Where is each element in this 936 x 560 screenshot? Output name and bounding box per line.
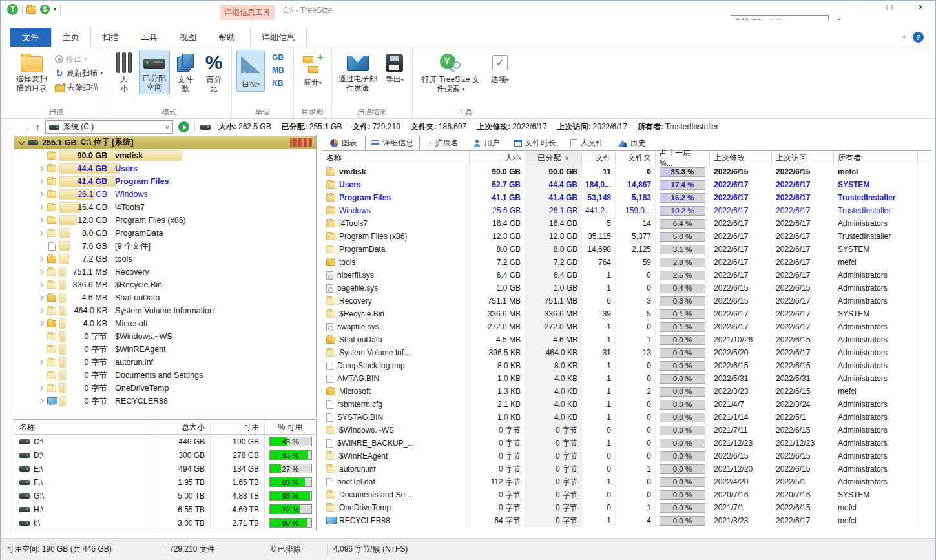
unit-kb-button[interactable]: KB: [267, 78, 289, 88]
select-directory-button[interactable]: 选择要扫描的目录: [10, 50, 53, 95]
table-row[interactable]: SYSTAG.BIN1.0 KB4.0 KB100.0 %2021/1/1420…: [322, 411, 931, 424]
chevron-right-icon[interactable]: [38, 218, 43, 223]
tree-item[interactable]: 4.6 MBShaLouData: [14, 291, 316, 304]
tree-item[interactable]: 7.6 GB[9 个文件]: [14, 240, 316, 253]
tree-item[interactable]: 4.0 KBMicrosoft: [14, 317, 316, 330]
drive-row[interactable]: G:\5.00 TB4.88 TB98 %: [14, 489, 316, 503]
export-button[interactable]: 导出▾: [382, 50, 408, 88]
tree-caret-cell[interactable]: [36, 360, 45, 364]
table-row[interactable]: Program Files41.1 GB41.4 GB53,1485,18316…: [322, 191, 931, 204]
mode-filecount-button[interactable]: 文件数: [172, 50, 198, 96]
tree-item[interactable]: 751.1 MBRecovery: [14, 265, 316, 278]
table-row[interactable]: pagefile.sys1.0 GB1.0 GB100.4 %2022/6/15…: [322, 282, 931, 295]
chevron-down-icon[interactable]: [19, 138, 25, 145]
qat-customize-caret-icon[interactable]: ▾: [54, 6, 56, 12]
refresh-scan-button[interactable]: ↻ 刷新扫描▾: [55, 68, 103, 79]
tree-caret-cell[interactable]: [36, 309, 45, 313]
tab-chart[interactable]: 图表: [324, 136, 364, 150]
unit-mb-button[interactable]: MB: [267, 65, 289, 76]
table-row[interactable]: swapfile.sys272.0 MB272.0 MB100.1 %2022/…: [322, 320, 931, 333]
table-row[interactable]: $Windows.~WS0 字节0 字节000.0 %2021/7/112022…: [322, 424, 931, 437]
header-name[interactable]: 名称: [322, 151, 470, 165]
tree-item[interactable]: 26.1 GBWindows: [14, 188, 316, 201]
tab-tools[interactable]: 工具: [130, 28, 169, 47]
tree-item[interactable]: 0 字节$Windows.~WS: [14, 330, 316, 343]
remove-scan-button[interactable]: 去除扫描: [55, 82, 103, 93]
chevron-right-icon[interactable]: [38, 256, 43, 262]
table-row[interactable]: ShaLouData4.5 MB4.6 MB110.0 %2021/10/262…: [322, 333, 931, 346]
tree-caret-cell[interactable]: [36, 218, 45, 222]
drive-row[interactable]: D:\300 GB278 GB93 %: [14, 448, 316, 462]
tree-caret-cell[interactable]: [36, 283, 45, 287]
drive-row[interactable]: C:\446 GB190 GB43 %: [14, 435, 316, 448]
tree-root-row[interactable]: 255.1 GB C:\ 位于 [系统]: [14, 136, 316, 149]
tree-caret-cell[interactable]: [36, 296, 45, 300]
mode-allocated-button[interactable]: 已分配空间: [139, 50, 170, 94]
drives-header-pct[interactable]: % 可用: [264, 420, 316, 434]
chevron-right-icon[interactable]: [38, 308, 43, 313]
tab-home[interactable]: 主页: [51, 28, 91, 47]
tree-caret-cell[interactable]: [36, 257, 45, 261]
table-row[interactable]: OneDriveTemp0 字节0 字节010.0 %2021/7/12022/…: [322, 501, 931, 514]
table-row[interactable]: autorun.inf0 字节0 字节010.0 %2021/12/202022…: [322, 462, 931, 475]
table-row[interactable]: System Volume Inf...396.5 KB464.0 KB3113…: [322, 346, 931, 359]
tab-view[interactable]: 视图: [169, 28, 207, 47]
drive-combobox[interactable]: 系统 (C:) ∨: [45, 120, 173, 134]
tree-item[interactable]: 8.0 GBProgramData: [14, 227, 316, 240]
tree-item[interactable]: 0 字节OneDriveTemp: [14, 382, 316, 395]
chevron-right-icon[interactable]: [38, 386, 43, 391]
maximize-button[interactable]: □: [882, 2, 897, 12]
drives-header-total[interactable]: 总大小: [152, 420, 210, 434]
tree-caret-cell[interactable]: [36, 399, 45, 403]
tree-item[interactable]: 336.6 MB$Recycle.Bin: [14, 278, 316, 291]
send-mail-button[interactable]: 通过电子邮件发送: [337, 50, 379, 95]
table-row[interactable]: AMTAG.BIN1.0 KB4.0 KB100.0 %2022/5/31202…: [322, 372, 931, 385]
drive-row[interactable]: H:\6.55 TB4.69 TB72 %: [14, 503, 316, 516]
tab-details-view[interactable]: 详细信息: [365, 136, 420, 150]
tab-big-files[interactable]: ↑大文件: [564, 136, 610, 150]
close-button[interactable]: ×: [913, 2, 928, 12]
tab-file-age[interactable]: 文件时长: [508, 136, 563, 150]
table-row[interactable]: Program Files (x86)12.8 GB12.8 GB35,1155…: [322, 230, 931, 243]
chevron-right-icon[interactable]: [38, 231, 43, 236]
table-row[interactable]: rsbmterm.cfg2.1 KB4.0 KB100.0 %2021/4/72…: [322, 398, 931, 411]
tree-item[interactable]: 16.4 GBi4Tools7: [14, 201, 316, 214]
chevron-right-icon[interactable]: [38, 205, 43, 210]
tree-caret-cell[interactable]: [36, 386, 45, 390]
table-row[interactable]: Users52.7 GB44.4 GB184,0...14,86717.4 %2…: [322, 178, 931, 191]
tree-caret-cell[interactable]: [36, 270, 45, 274]
table-row[interactable]: hiberfil.sys6.4 GB6.4 GB102.5 %2022/6/17…: [322, 269, 931, 282]
table-row[interactable]: tools7.2 GB7.2 GB764592.8 %2022/6/172022…: [322, 256, 931, 269]
header-folders[interactable]: 文件夹: [616, 151, 656, 165]
collapse-ribbon-icon[interactable]: ^: [902, 34, 906, 42]
table-row[interactable]: Documents and Se...0 字节0 字节000.0 %2020/7…: [322, 488, 931, 501]
back-icon[interactable]: ←: [7, 122, 16, 132]
table-row[interactable]: Windows25.6 GB26.1 GB441,2...159,0...10.…: [322, 204, 931, 217]
tree-item[interactable]: 0 字节autorun.inf: [14, 356, 316, 369]
header-accessed[interactable]: 上次访问: [772, 151, 834, 165]
up-icon[interactable]: ↑: [36, 122, 40, 132]
header-allocated[interactable]: 已分配∨: [525, 151, 582, 165]
stop-button[interactable]: 停止▾: [55, 54, 103, 65]
chevron-right-icon[interactable]: [38, 192, 43, 197]
chevron-right-icon[interactable]: [38, 321, 43, 326]
chevron-right-icon[interactable]: [38, 282, 43, 287]
unit-gb-button[interactable]: GB: [267, 52, 289, 63]
tab-extensions[interactable]: ♪扩展名: [421, 136, 465, 150]
tree-item[interactable]: 7.2 GBtools: [14, 253, 316, 265]
open-file-search-button[interactable]: 打开 TreeSize 文件搜索 ▾: [417, 50, 484, 97]
chevron-right-icon[interactable]: [38, 360, 43, 365]
table-row[interactable]: DumpStack.log.tmp8.0 KB8.0 KB100.0 %2022…: [322, 359, 931, 372]
open-folder-icon[interactable]: [26, 6, 36, 14]
expand-button[interactable]: + 展开▾: [298, 50, 327, 90]
tree-caret-cell[interactable]: [36, 205, 45, 209]
table-row[interactable]: Recovery751.1 MB751.1 MB630.3 %2022/6/15…: [322, 295, 931, 307]
header-modified[interactable]: 上次修改: [710, 151, 772, 165]
scan-icon[interactable]: S: [40, 5, 50, 14]
drive-row[interactable]: E:\494 GB134 GB27 %: [14, 462, 316, 475]
help-icon[interactable]: ?: [913, 32, 924, 43]
header-owner[interactable]: 所有者: [834, 151, 918, 165]
chevron-right-icon[interactable]: [38, 269, 43, 275]
unit-auto-button[interactable]: 自动▾: [236, 50, 265, 92]
tab-file[interactable]: 文件: [10, 28, 51, 47]
